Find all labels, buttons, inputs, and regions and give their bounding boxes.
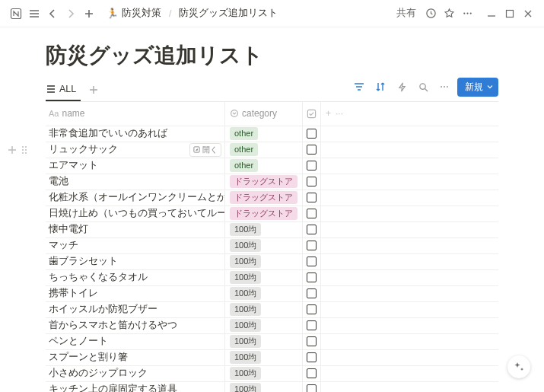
- table-row[interactable]: マッチ100均: [46, 238, 498, 254]
- table-row[interactable]: ホイッスルか防犯ブザー100均: [46, 302, 498, 318]
- new-page-button[interactable]: [81, 5, 97, 22]
- add-row-button[interactable]: [6, 144, 18, 156]
- category-tag[interactable]: 100均: [230, 255, 261, 268]
- new-button[interactable]: 新規: [457, 78, 498, 97]
- page-title[interactable]: 防災グッズ追加リスト: [46, 43, 498, 69]
- row-checkbox[interactable]: [307, 304, 317, 314]
- table-row[interactable]: リュックサック開くother: [46, 142, 498, 158]
- category-tag[interactable]: other: [230, 127, 258, 140]
- hamburger-icon[interactable]: [26, 5, 43, 22]
- table-row[interactable]: ちっちゃくなるタオル100均: [46, 270, 498, 286]
- filter-icon[interactable]: [351, 78, 367, 95]
- row-name[interactable]: 化粧水系（オールインワンクリームとかでも）: [49, 191, 225, 204]
- column-header-checkbox[interactable]: [303, 102, 321, 126]
- row-name[interactable]: ちっちゃくなるタオル: [49, 271, 148, 284]
- lightning-icon[interactable]: [393, 78, 410, 95]
- open-row-button[interactable]: 開く: [189, 143, 221, 157]
- row-checkbox[interactable]: [307, 368, 317, 378]
- category-tag[interactable]: 100均: [230, 287, 261, 300]
- row-name[interactable]: ペンとノート: [49, 335, 108, 348]
- row-name[interactable]: リュックサック: [49, 143, 118, 156]
- forward-button[interactable]: [62, 5, 79, 22]
- row-checkbox[interactable]: [307, 193, 317, 202]
- search-icon[interactable]: [415, 78, 431, 95]
- row-name[interactable]: エアマット: [49, 159, 98, 172]
- table-row[interactable]: 化粧水系（オールインワンクリームとかでも）ドラッグストア: [46, 190, 498, 206]
- tab-all[interactable]: ALL: [46, 79, 81, 101]
- row-checkbox[interactable]: [307, 225, 317, 234]
- category-tag[interactable]: ドラッグストア: [230, 191, 297, 204]
- row-name[interactable]: 非常食追加でいいのあれば: [49, 127, 167, 140]
- row-name[interactable]: キッチン上の扉固定する道具: [49, 383, 177, 392]
- add-column-button[interactable]: +: [326, 108, 331, 119]
- columns-more-button[interactable]: ···: [336, 108, 343, 119]
- row-checkbox[interactable]: [307, 241, 317, 250]
- table-row[interactable]: 歯ブラシセット100均: [46, 254, 498, 270]
- breadcrumb-item-current[interactable]: 防災グッズ追加リスト: [176, 5, 281, 21]
- add-view-button[interactable]: [85, 81, 102, 98]
- row-name[interactable]: 小さめのジップロック: [49, 367, 148, 380]
- category-tag[interactable]: 100均: [230, 351, 261, 364]
- category-tag[interactable]: 100均: [230, 367, 261, 380]
- sort-icon[interactable]: [372, 78, 389, 95]
- category-tag[interactable]: 100均: [230, 335, 261, 348]
- category-tag[interactable]: ドラッグストア: [230, 207, 297, 220]
- row-name[interactable]: 首からスマホと笛かけるやつ: [49, 319, 177, 332]
- category-tag[interactable]: 100均: [230, 303, 261, 316]
- row-name[interactable]: ホイッスルか防犯ブザー: [49, 303, 157, 316]
- back-button[interactable]: [44, 5, 61, 22]
- row-name[interactable]: 携帯トイレ: [49, 287, 98, 300]
- share-button[interactable]: 共有: [392, 5, 421, 21]
- star-icon[interactable]: [441, 5, 457, 22]
- row-name[interactable]: マッチ: [49, 239, 78, 252]
- category-tag[interactable]: 100均: [230, 223, 261, 236]
- table-row[interactable]: 日焼け止め（いつもの買っておいてルーティン）ドラッグストア: [46, 206, 498, 222]
- row-checkbox[interactable]: [307, 384, 317, 392]
- row-checkbox[interactable]: [307, 288, 317, 298]
- column-header-name[interactable]: Aa name: [46, 102, 225, 126]
- table-row[interactable]: エアマットother: [46, 158, 498, 174]
- row-checkbox[interactable]: [307, 352, 317, 362]
- app-logo[interactable]: [8, 5, 24, 22]
- row-checkbox[interactable]: [307, 177, 317, 186]
- breadcrumb-item-parent[interactable]: 🏃 防災対策: [103, 5, 164, 21]
- row-checkbox[interactable]: [307, 209, 317, 218]
- row-checkbox[interactable]: [307, 129, 317, 139]
- row-name[interactable]: 電池: [49, 175, 68, 188]
- maximize-button[interactable]: [501, 5, 518, 22]
- table-more-icon[interactable]: [436, 78, 453, 95]
- row-name[interactable]: 懐中電灯: [49, 223, 88, 236]
- table-row[interactable]: ペンとノート100均: [46, 334, 498, 350]
- close-button[interactable]: [520, 5, 536, 22]
- table-row[interactable]: 携帯トイレ100均: [46, 286, 498, 302]
- table-row[interactable]: 小さめのジップロック100均: [46, 366, 498, 382]
- row-checkbox[interactable]: [307, 257, 317, 266]
- row-name[interactable]: 日焼け止め（いつもの買っておいてルーティン）: [49, 207, 225, 220]
- table-row[interactable]: 懐中電灯100均: [46, 222, 498, 238]
- category-tag[interactable]: other: [230, 159, 258, 172]
- row-checkbox[interactable]: [307, 336, 317, 346]
- row-name[interactable]: スプーンと割り箸: [49, 351, 128, 364]
- category-tag[interactable]: 100均: [230, 271, 261, 284]
- row-checkbox[interactable]: [307, 272, 317, 282]
- category-tag[interactable]: ドラッグストア: [230, 175, 297, 188]
- drag-handle-icon[interactable]: [18, 144, 30, 156]
- category-tag[interactable]: 100均: [230, 239, 261, 252]
- ai-fab-button[interactable]: [507, 355, 530, 378]
- category-tag[interactable]: other: [230, 143, 258, 156]
- row-checkbox[interactable]: [307, 145, 317, 155]
- row-name[interactable]: 歯ブラシセット: [49, 255, 118, 268]
- table-row[interactable]: 電池ドラッグストア: [46, 174, 498, 190]
- row-checkbox[interactable]: [307, 161, 317, 171]
- category-tag[interactable]: 100均: [230, 319, 261, 332]
- table-row[interactable]: スプーンと割り箸100均: [46, 350, 498, 366]
- more-icon[interactable]: [459, 5, 476, 22]
- category-tag[interactable]: 100均: [230, 383, 261, 392]
- table-row[interactable]: キッチン上の扉固定する道具100均: [46, 382, 498, 392]
- minimize-button[interactable]: [483, 5, 500, 22]
- column-header-category[interactable]: category: [225, 102, 303, 126]
- clock-icon[interactable]: [422, 5, 439, 22]
- table-row[interactable]: 首からスマホと笛かけるやつ100均: [46, 318, 498, 334]
- table-row[interactable]: 非常食追加でいいのあればother: [46, 126, 498, 142]
- row-checkbox[interactable]: [307, 320, 317, 330]
